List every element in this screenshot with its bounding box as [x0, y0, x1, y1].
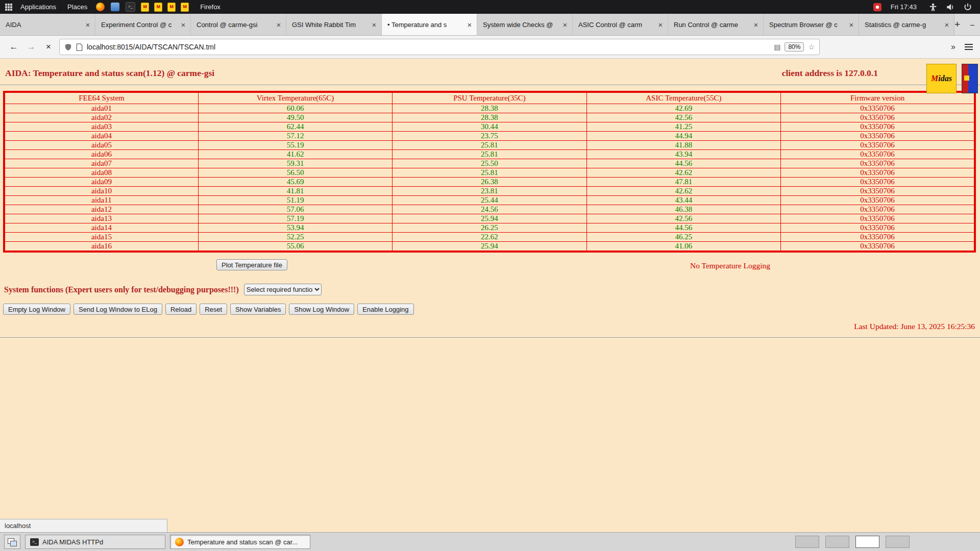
tab-system-checks[interactable]: System wide Checks @× [477, 14, 573, 35]
tab-white-rabbit[interactable]: GSI White Rabbit Tim× [286, 14, 382, 35]
midas-app-icon[interactable]: M [181, 3, 189, 12]
files-app-icon[interactable] [111, 3, 119, 11]
active-app-label: Firefox [200, 3, 220, 11]
taskbar-window-midas-httpd[interactable]: >_ AIDA MIDAS HTTPd [25, 535, 165, 549]
tab-close-icon[interactable]: × [369, 20, 379, 29]
system-function-select[interactable]: Select required function [244, 284, 322, 295]
firmware-version: 0x3350706 [781, 159, 975, 168]
midas-app-icon[interactable]: M [167, 3, 176, 12]
firefox-launcher-icon[interactable] [96, 3, 105, 11]
tab-close-icon[interactable]: × [751, 20, 761, 29]
tab-close-icon[interactable]: × [846, 20, 856, 29]
psu-temp: 23.81 [393, 187, 586, 196]
firmware-version: 0x3350706 [781, 214, 975, 223]
virtex-temp: 55.06 [198, 242, 392, 252]
tab-close-icon[interactable]: × [274, 20, 284, 29]
firmware-version: 0x3350706 [781, 141, 975, 150]
workspace-3[interactable] [855, 536, 879, 548]
show-log-window-button[interactable]: Show Log Window [289, 304, 354, 315]
reset-button[interactable]: Reset [200, 304, 227, 315]
tab-title: Statistics @ carme-g [865, 21, 942, 29]
midas-app-icon[interactable]: M [141, 3, 149, 12]
firmware-version: 0x3350706 [781, 242, 975, 252]
workspace-4[interactable] [886, 536, 910, 548]
accessibility-icon[interactable] [928, 3, 938, 12]
places-menu[interactable]: Places [63, 3, 91, 11]
page-viewport: AIDA: Temperature and status scan(1.12) … [0, 59, 980, 532]
psu-temp: 26.38 [393, 178, 586, 187]
tab-close-icon[interactable]: × [560, 20, 570, 29]
recorder-indicator-icon[interactable] [873, 3, 881, 11]
volume-icon[interactable] [946, 3, 955, 12]
reload-button[interactable]: Reload [165, 304, 197, 315]
tab-close-icon[interactable]: × [83, 20, 93, 29]
new-tab-button[interactable]: + [954, 14, 960, 35]
tab-close-icon[interactable]: × [178, 20, 188, 29]
table-row: aida1655.0625.9441.060x3350706 [4, 242, 975, 252]
menu-hamburger-icon[interactable] [965, 44, 973, 50]
table-row: aida0856.5025.8142.620x3350706 [4, 168, 975, 178]
minimize-button[interactable]: – [970, 20, 974, 29]
show-variables-button[interactable]: Show Variables [230, 304, 286, 315]
col-psu-temperature: PSU Temperature(35C) [393, 92, 586, 104]
send-log-to-elog-button[interactable]: Send Log Window to ELog [74, 304, 162, 315]
tracking-shield-icon[interactable] [64, 43, 72, 51]
workspace-switcher-icon[interactable] [4, 535, 20, 549]
firmware-version: 0x3350706 [781, 132, 975, 141]
empty-log-window-button[interactable]: Empty Log Window [3, 304, 70, 315]
url-text[interactable]: localhost:8015/AIDA/TSCAN/TSCAN.tml [87, 43, 770, 51]
virtex-temp: 57.06 [198, 205, 392, 214]
fee64-name: aida05 [4, 141, 198, 150]
forward-button[interactable]: → [24, 42, 38, 52]
fee64-name: aida02 [4, 113, 198, 122]
reader-mode-icon[interactable]: ▤ [774, 43, 780, 51]
fee64-name: aida15 [4, 233, 198, 242]
workspace-2[interactable] [825, 536, 849, 548]
bookmark-star-icon[interactable]: ☆ [808, 43, 815, 51]
tab-experiment-control[interactable]: Experiment Control @ c× [95, 14, 191, 35]
table-row: aida1552.2522.6246.250x3350706 [4, 233, 975, 242]
tab-asic-control[interactable]: ASIC Control @ carm× [573, 14, 668, 35]
tab-close-icon[interactable]: × [655, 20, 666, 29]
psu-temp: 25.81 [393, 168, 586, 178]
tab-control[interactable]: Control @ carme-gsi× [191, 14, 286, 35]
taskbar-window-label: AIDA MIDAS HTTPd [42, 538, 103, 546]
tab-title: ASIC Control @ carm [578, 21, 655, 29]
asic-temp: 44.94 [586, 132, 780, 141]
workspace-1[interactable] [795, 536, 819, 548]
firmware-version: 0x3350706 [781, 122, 975, 132]
tab-close-icon[interactable]: × [942, 20, 952, 29]
tab-spectrum-browser[interactable]: Spectrum Browser @ c× [764, 14, 859, 35]
tab-close-icon[interactable]: × [464, 20, 475, 29]
asic-temp: 42.62 [586, 187, 780, 196]
logging-status: No Temperature Logging [690, 261, 770, 270]
overflow-chevron-icon[interactable]: » [951, 42, 955, 52]
plot-temperature-button[interactable]: Plot Temperature file [216, 259, 287, 270]
tab-statistics[interactable]: Statistics @ carme-g× [859, 14, 954, 35]
page-info-icon[interactable] [76, 43, 83, 51]
virtex-temp: 59.31 [198, 159, 392, 168]
enable-logging-button[interactable]: Enable Logging [357, 304, 413, 315]
tab-run-control[interactable]: Run Control @ carme× [668, 14, 764, 35]
fee64-name: aida14 [4, 223, 198, 233]
tab-aida[interactable]: AIDA× [0, 14, 95, 35]
fee64-name: aida12 [4, 205, 198, 214]
clock[interactable]: Fri 17:43 [891, 3, 917, 11]
midas-app-icon[interactable]: M [154, 3, 162, 12]
taskbar-window-temperature-scan[interactable]: Temperature and status scan @ car... [170, 535, 310, 549]
taskbar-window-label: Temperature and status scan @ car... [187, 538, 298, 546]
asic-temp: 46.25 [586, 233, 780, 242]
window-controls: – × [960, 14, 980, 35]
applications-menu[interactable]: Applications [16, 3, 60, 11]
url-bar[interactable]: localhost:8015/AIDA/TSCAN/TSCAN.tml ▤ 80… [59, 39, 820, 55]
back-button[interactable]: ← [7, 42, 20, 52]
zoom-level-button[interactable]: 80% [785, 42, 804, 52]
table-row: aida0160.0628.3842.690x3350706 [4, 104, 975, 113]
col-fee64-system: FEE64 System [4, 92, 198, 104]
stop-button[interactable]: × [42, 42, 55, 52]
power-icon[interactable] [963, 3, 972, 12]
tab-temperature-scan[interactable]: • Temperature and s× [382, 14, 477, 35]
terminal-app-icon[interactable]: >_ [126, 2, 135, 12]
tab-title: Run Control @ carme [674, 21, 751, 29]
psu-temp: 26.25 [393, 223, 586, 233]
